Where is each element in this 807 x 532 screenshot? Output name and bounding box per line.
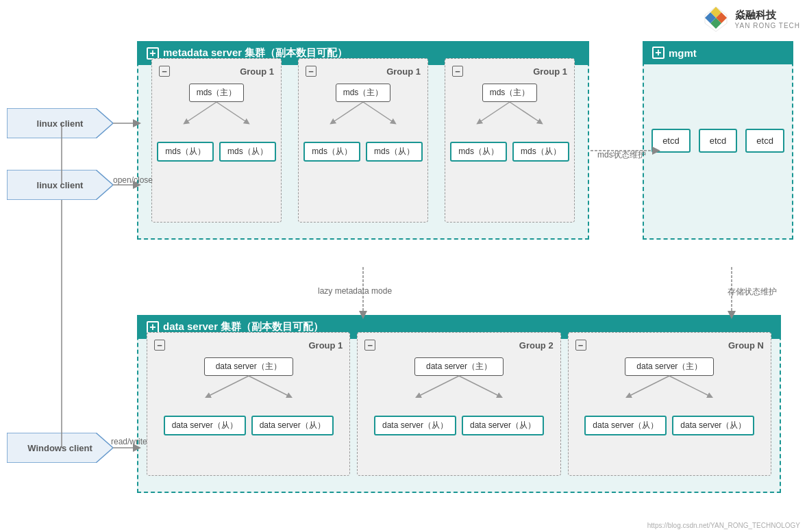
mds3-master: mds（主） (482, 84, 538, 102)
data-groupN-minus-icon: − (575, 340, 586, 351)
metadata-cluster-body: − Group 1 mds（主） m (137, 41, 589, 240)
data1-master: data server（主） (204, 357, 293, 376)
mds2-slave1: mds（从） (303, 142, 360, 162)
mds-group2-tree: mds（主） mds（从） mds（从） (306, 84, 421, 162)
data-group-1: − Group 1 data server（主） (147, 332, 350, 476)
mds1-tree-lines (165, 102, 268, 129)
mds2-tree-lines (312, 102, 414, 129)
mds1-slave1: mds（从） (157, 142, 214, 162)
data1-tree-lines (180, 376, 317, 403)
mds-group-3: − Group 1 mds（主） m (445, 58, 575, 223)
mgmt-title: mgmt (669, 47, 697, 59)
etcd-3: etcd (745, 129, 784, 153)
svg-line-6 (216, 102, 247, 123)
linux-client-1: linux client (7, 108, 113, 138)
mds-group3-tree: mds（主） mds（从） mds（从） (452, 84, 567, 162)
metadata-cluster: + metadata server 集群（副本数目可配） − Group 1 m… (137, 41, 589, 240)
mgmt-plus-icon: + (652, 47, 665, 59)
data-groupN-label: Group N (728, 340, 764, 351)
group2-minus-icon: − (306, 66, 316, 77)
data-group2-tree: data server（主） data server（从） data serve… (364, 357, 553, 435)
etcd-1: etcd (651, 129, 691, 153)
diagram-container: 焱融科技 YAN RONG TECH + metadata server 集群（… (0, 0, 807, 532)
data-group1-tree: data server（主） data server（从） data serve… (154, 357, 343, 435)
svg-line-8 (363, 102, 394, 123)
windows-client-label: Windows client (27, 443, 92, 453)
svg-line-5 (186, 102, 216, 123)
data1-slave2: data server（从） (251, 416, 334, 435)
dataN-tree-lines (601, 376, 738, 403)
mds-group-1: − Group 1 mds（主） m (151, 58, 282, 223)
mds3-tree-lines (458, 102, 561, 129)
group1-minus-icon: − (159, 66, 170, 77)
linux-client-2: linux client (7, 170, 113, 200)
svg-line-12 (249, 376, 290, 396)
mds3-slave1: mds（从） (450, 142, 507, 162)
data2-slave2: data server（从） (462, 416, 544, 435)
data2-master: data server（主） (414, 357, 504, 376)
storage-state-label: 存储状态维护 (728, 286, 777, 298)
etcd-2: etcd (699, 129, 738, 153)
logo-area: 焱融科技 YAN RONG TECH (702, 5, 800, 33)
logo-text: 焱融科技 YAN RONG TECH (735, 9, 800, 29)
data2-slave1: data server（从） (374, 416, 456, 435)
data-cluster: + data server 集群（副本数目可配） − Group 1 data … (137, 315, 781, 493)
svg-line-13 (418, 376, 459, 396)
svg-line-14 (459, 376, 500, 396)
windows-client: Windows client (7, 433, 113, 463)
data-group1-minus-icon: − (154, 340, 165, 351)
mds-group-2: − Group 1 mds（主） m (298, 58, 428, 223)
dataN-slave1: data server（从） (584, 416, 667, 435)
mds-state-label: mds状态维护 (597, 149, 646, 161)
group3-label: Group 1 (533, 66, 567, 77)
svg-line-11 (208, 376, 249, 396)
svg-line-10 (510, 102, 541, 123)
mds1-slave2: mds（从） (219, 142, 276, 162)
mds1-master: mds（主） (189, 84, 245, 102)
mds2-slave2: mds（从） (366, 142, 423, 162)
linux-client-2-label: linux client (37, 180, 84, 190)
data-group2-label: Group 2 (519, 340, 554, 351)
data2-tree-lines (390, 376, 527, 403)
dataN-master: data server（主） (625, 357, 714, 376)
svg-line-7 (332, 102, 363, 123)
svg-line-16 (669, 376, 710, 396)
svg-line-9 (479, 102, 510, 123)
linux-client-1-label: linux client (37, 118, 84, 129)
group1-label: Group 1 (240, 66, 274, 77)
read-write-label: read/write (111, 437, 147, 446)
mds-group1-tree: mds（主） mds（从） mds（从） (159, 84, 274, 162)
footer-url: https://blog.csdn.net/YAN_RONG_TECHNOLOG… (647, 522, 800, 529)
mgmt-cluster: + mgmt etcd etcd etcd (643, 41, 793, 240)
group3-minus-icon: − (452, 66, 463, 77)
data-cluster-body: − Group 1 data server（主） (137, 315, 781, 493)
svg-line-15 (628, 376, 669, 396)
lazy-metadata-label: lazy metadata mode (318, 286, 392, 296)
mgmt-header: + mgmt (643, 41, 793, 64)
group2-label: Group 1 (386, 66, 421, 77)
etcd-row: etcd etcd etcd (651, 129, 784, 153)
mds2-master: mds（主） (336, 84, 391, 102)
data1-slave1: data server（从） (164, 416, 246, 435)
data-group-n: − Group N data server（主） (568, 332, 771, 476)
mds3-slave2: mds（从） (512, 142, 569, 162)
data-plus-icon: + (147, 321, 159, 333)
logo-icon (702, 5, 730, 33)
data-group1-label: Group 1 (308, 340, 343, 351)
open-close-label: open/close (113, 175, 153, 185)
data-group-2: − Group 2 data server（主） (357, 332, 560, 476)
dataN-slave2: data server（从） (672, 416, 754, 435)
mgmt-body: etcd etcd etcd (643, 41, 793, 240)
data-groupN-tree: data server（主） data server（从） data serve… (575, 357, 764, 435)
metadata-plus-icon: + (147, 47, 159, 60)
data-group2-minus-icon: − (364, 340, 375, 351)
